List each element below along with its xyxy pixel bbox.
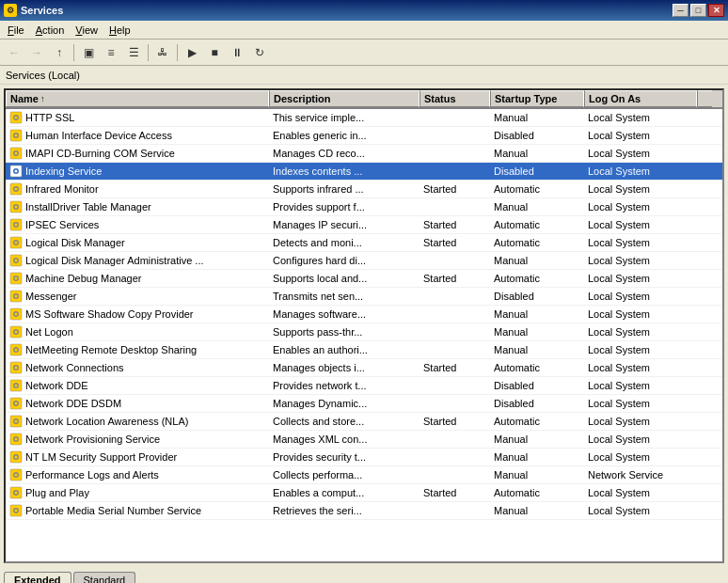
title-bar: ⚙ Services ─ □ ✕ — [0, 0, 728, 21]
table-row[interactable]: IPSEC Services Manages IP securi... Star… — [6, 216, 722, 234]
table-row[interactable]: NetMeeting Remote Desktop Sharing Enable… — [6, 341, 722, 359]
table-row[interactable]: InstallDriver Table Manager Provides sup… — [6, 198, 722, 216]
table-row[interactable]: Network Provisioning Service Manages XML… — [6, 431, 722, 449]
show-hide-button[interactable]: ▣ — [78, 42, 99, 63]
menu-view[interactable]: View — [70, 23, 103, 38]
table-row[interactable]: Human Interface Device Access Enables ge… — [6, 127, 722, 145]
table-row[interactable]: Plug and Play Enables a comput... Starte… — [6, 484, 722, 502]
cell-name: Network DDE — [6, 377, 269, 394]
column-header-startup[interactable]: Startup Type — [490, 90, 584, 107]
cell-description: Provides network t... — [269, 377, 419, 394]
app-icon: ⚙ — [4, 4, 17, 17]
pause-button[interactable]: ⏸ — [227, 42, 247, 63]
table-row[interactable]: Performance Logs and Alerts Collects per… — [6, 466, 722, 484]
table-row[interactable]: MS Software Shadow Copy Provider Manages… — [6, 306, 722, 323]
table-row[interactable]: Indexing Service Indexes contents ... Di… — [6, 163, 722, 181]
cell-name: Machine Debug Manager — [6, 270, 269, 287]
table-row[interactable]: Portable Media Serial Number Service Ret… — [6, 502, 722, 520]
cell-name: HTTP SSL — [6, 109, 269, 126]
cell-description: Collects and store... — [269, 413, 419, 430]
cell-name: IPSEC Services — [6, 216, 269, 233]
svg-point-53 — [15, 420, 18, 423]
cell-status — [419, 145, 490, 162]
column-header-status[interactable]: Status — [419, 90, 490, 107]
service-icon — [9, 486, 23, 499]
table-row[interactable]: Messenger Transmits net sen... Disabled … — [6, 288, 722, 306]
tab-extended[interactable]: Extended — [4, 572, 71, 583]
back-button[interactable]: ← — [4, 42, 24, 63]
bottom-tabs: Extended Standard — [0, 567, 728, 583]
service-icon — [9, 325, 23, 339]
cell-logon: Local System — [584, 181, 697, 197]
cell-description: Enables an authori... — [269, 341, 419, 358]
column-header-name[interactable]: Name ↑ — [6, 90, 269, 107]
menu-help[interactable]: Help — [103, 23, 136, 38]
sort-arrow-name: ↑ — [40, 94, 45, 103]
cell-startup: Manual — [490, 198, 584, 215]
table-row[interactable]: HTTP SSL This service imple... Manual Lo… — [6, 109, 722, 127]
forward-button[interactable]: → — [26, 42, 47, 63]
detail-button[interactable]: ☰ — [123, 42, 144, 63]
table-row[interactable]: Logical Disk Manager Detects and moni...… — [6, 234, 722, 252]
svg-point-44 — [15, 367, 18, 370]
service-icon — [9, 450, 23, 464]
restart-button[interactable]: ↻ — [249, 42, 270, 63]
svg-point-41 — [15, 349, 18, 352]
cell-startup: Automatic — [490, 270, 584, 287]
cell-logon: Local System — [584, 449, 697, 465]
minimize-button[interactable]: ─ — [673, 4, 688, 17]
table-row[interactable]: Machine Debug Manager Supports local and… — [6, 270, 722, 288]
table-row[interactable]: Infrared Monitor Supports infrared ... S… — [6, 181, 722, 198]
cell-startup: Automatic — [490, 413, 584, 430]
up-button[interactable]: ↑ — [49, 42, 70, 63]
table-row[interactable]: Network Location Awareness (NLA) Collect… — [6, 413, 722, 431]
cell-logon: Network Service — [584, 466, 697, 483]
cell-name: Logical Disk Manager — [6, 234, 269, 251]
cell-description: Manages Dynamic... — [269, 395, 419, 412]
cell-logon: Local System — [584, 216, 697, 233]
tab-standard[interactable]: Standard — [73, 572, 136, 583]
cell-startup: Automatic — [490, 484, 584, 501]
svg-point-32 — [15, 295, 18, 298]
service-icon — [9, 290, 23, 303]
svg-point-29 — [15, 277, 18, 280]
close-button[interactable]: ✕ — [708, 4, 724, 17]
cell-description: This service imple... — [269, 109, 419, 126]
service-icon — [9, 433, 23, 446]
service-icon — [9, 111, 23, 124]
maximize-button[interactable]: □ — [690, 4, 706, 17]
cell-status — [419, 163, 490, 180]
column-header-logon[interactable]: Log On As — [584, 90, 697, 107]
cell-startup: Automatic — [490, 181, 584, 197]
table-row[interactable]: IMAPI CD-Burning COM Service Manages CD … — [6, 145, 722, 163]
cell-logon: Local System — [584, 431, 697, 448]
service-icon — [9, 361, 23, 374]
cell-status — [419, 288, 490, 305]
menu-file[interactable]: File — [2, 23, 30, 38]
cell-description: Provides support f... — [269, 198, 419, 215]
service-icon — [9, 254, 23, 267]
services-table-body[interactable]: HTTP SSL This service imple... Manual Lo… — [6, 109, 722, 561]
table-row[interactable]: NT LM Security Support Provider Provides… — [6, 449, 722, 466]
table-row[interactable]: Network DDE Provides network t... Disabl… — [6, 377, 722, 395]
cell-description: Supports local and... — [269, 270, 419, 287]
table-row[interactable]: Network DDE DSDM Manages Dynamic... Disa… — [6, 395, 722, 413]
stop-button[interactable]: ■ — [204, 42, 225, 63]
cell-logon: Local System — [584, 306, 697, 323]
service-icon — [9, 272, 23, 285]
list-button[interactable]: ≡ — [101, 42, 121, 63]
table-row[interactable]: Net Logon Supports pass-thr... Manual Lo… — [6, 323, 722, 341]
cell-startup: Manual — [490, 323, 584, 340]
service-icon — [9, 182, 23, 196]
cell-logon: Local System — [584, 198, 697, 215]
cell-status — [419, 109, 490, 126]
svg-point-5 — [15, 134, 18, 137]
cell-description: Retrieves the seri... — [269, 502, 419, 519]
cell-name: Logical Disk Manager Administrative ... — [6, 252, 269, 269]
column-header-description[interactable]: Description — [269, 90, 419, 107]
table-row[interactable]: Network Connections Manages objects i...… — [6, 359, 722, 377]
menu-action[interactable]: Action — [30, 23, 71, 38]
connect-button[interactable]: 🖧 — [152, 42, 173, 63]
table-row[interactable]: Logical Disk Manager Administrative ... … — [6, 252, 722, 270]
play-button[interactable]: ▶ — [182, 42, 202, 63]
